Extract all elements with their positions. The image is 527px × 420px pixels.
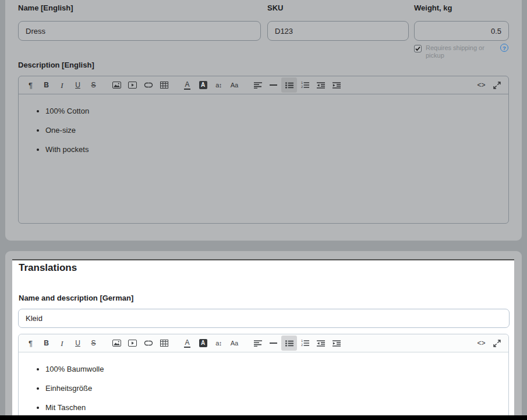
align-button[interactable] <box>250 336 266 351</box>
requires-shipping-checkbox[interactable] <box>414 45 422 52</box>
italic-icon: I <box>61 340 63 347</box>
indent-button[interactable] <box>328 77 344 93</box>
bullet-item: One-size <box>45 126 508 135</box>
insert-video-button[interactable] <box>125 77 140 93</box>
insert-link-icon <box>144 82 153 88</box>
underline-button[interactable]: U <box>70 336 86 351</box>
paragraph-button[interactable]: ¶ <box>23 336 38 351</box>
align-button[interactable] <box>250 77 266 93</box>
bold-button[interactable]: B <box>38 336 54 351</box>
insert-link-button[interactable] <box>140 77 156 93</box>
background-color-button[interactable]: A <box>195 336 211 351</box>
bullet-item: 100% Baumwolle <box>45 365 508 374</box>
bullet-list-icon <box>285 340 293 347</box>
bullet-list-button[interactable] <box>281 77 297 93</box>
insert-table-button[interactable] <box>156 336 172 351</box>
ordered-list-icon: 12 <box>301 82 309 89</box>
insert-link-icon <box>144 340 153 346</box>
align-icon <box>254 82 262 89</box>
insert-table-icon <box>160 82 168 89</box>
code-view-button[interactable]: <> <box>473 77 489 93</box>
bullet-item: Mit Taschen <box>45 403 508 412</box>
insert-table-button[interactable] <box>156 77 172 93</box>
bottom-black-bar <box>0 415 527 420</box>
weight-input[interactable] <box>414 21 509 41</box>
insert-table-icon <box>160 340 168 347</box>
text-color-button[interactable]: A <box>179 336 195 351</box>
strikethrough-button[interactable]: S <box>86 77 101 93</box>
line-height-icon: a↕ <box>215 82 222 89</box>
background-color-icon: A <box>199 81 207 89</box>
fullscreen-icon <box>493 82 501 89</box>
background-color-button[interactable]: A <box>195 77 211 93</box>
underline-icon: U <box>75 340 80 347</box>
underline-button[interactable]: U <box>70 77 86 93</box>
german-name-description-label: Name and description [German] <box>19 294 133 303</box>
ordered-list-button[interactable]: 12 <box>297 77 313 93</box>
fullscreen-button[interactable] <box>489 77 505 93</box>
help-icon[interactable]: ? <box>500 44 508 52</box>
bold-button[interactable]: B <box>38 77 54 93</box>
insert-image-button[interactable] <box>109 336 125 351</box>
outdent-icon <box>317 82 325 89</box>
paragraph-icon: ¶ <box>29 340 33 347</box>
svg-text:1: 1 <box>301 82 303 84</box>
line-height-button[interactable]: a↕ <box>211 336 227 351</box>
text-color-button[interactable]: A <box>179 77 195 93</box>
strikethrough-icon: S <box>91 340 96 347</box>
italic-button[interactable]: I <box>54 77 70 93</box>
outdent-button[interactable] <box>313 77 328 93</box>
paragraph-button[interactable]: ¶ <box>23 77 38 93</box>
strikethrough-button[interactable]: S <box>86 336 101 351</box>
bullet-item: 100% Cotton <box>45 107 508 116</box>
insert-video-button[interactable] <box>125 336 140 351</box>
paragraph-icon: ¶ <box>29 82 33 89</box>
underline-icon: U <box>75 82 80 89</box>
bullet-list-button[interactable] <box>281 336 297 351</box>
font-size-icon: Aa <box>231 82 238 89</box>
horizontal-line-icon <box>270 343 277 344</box>
bullet-list-icon <box>285 82 293 89</box>
german-name-input[interactable] <box>18 309 510 328</box>
indent-button[interactable] <box>328 336 344 351</box>
font-size-icon: Aa <box>231 340 238 347</box>
line-height-button[interactable]: a↕ <box>211 77 227 93</box>
text-color-icon: A <box>184 81 190 90</box>
insert-link-button[interactable] <box>140 336 156 351</box>
german-editor-content[interactable]: 100% BaumwolleEinheitsgrößeMit Taschen <box>19 352 508 412</box>
horizontal-line-button[interactable] <box>266 336 281 351</box>
product-details-card: Name [English] SKU Weight, kg Requires s… <box>5 0 522 241</box>
indent-icon <box>333 82 341 89</box>
font-size-button[interactable]: Aa <box>227 77 242 93</box>
fullscreen-button[interactable] <box>489 336 505 351</box>
italic-button[interactable]: I <box>54 336 70 351</box>
bullet-item: With pockets <box>45 145 508 154</box>
code-view-button[interactable]: <> <box>473 336 489 351</box>
outdent-button[interactable] <box>313 336 328 351</box>
align-icon <box>254 340 262 347</box>
code-view-icon: <> <box>477 82 485 89</box>
insert-image-icon <box>112 340 121 347</box>
bold-icon: B <box>44 340 49 347</box>
translations-heading: Translations <box>19 262 77 274</box>
requires-shipping-label: Requires shipping or pickup <box>426 44 494 59</box>
description-editor-toolbar: ¶BIUSAAa↕Aa12<> <box>19 76 508 94</box>
ordered-list-button[interactable]: 12 <box>297 336 313 351</box>
insert-image-button[interactable] <box>109 77 125 93</box>
indent-icon <box>333 340 341 347</box>
text-color-icon: A <box>184 339 190 348</box>
german-editor-toolbar: ¶BIUSAAa↕Aa12<> <box>19 334 508 352</box>
description-editor: ¶BIUSAAa↕Aa12<> 100% CottonOne-sizeWith … <box>18 76 509 224</box>
description-editor-content[interactable]: 100% CottonOne-sizeWith pockets <box>19 94 508 154</box>
insert-video-icon <box>128 82 137 89</box>
sku-label: SKU <box>267 3 283 13</box>
horizontal-line-button[interactable] <box>266 77 281 93</box>
font-size-button[interactable]: Aa <box>227 336 242 351</box>
sku-input[interactable] <box>267 21 409 41</box>
background-color-icon: A <box>199 339 207 347</box>
name-input[interactable] <box>18 21 261 41</box>
bullet-item: Einheitsgröße <box>45 384 508 393</box>
weight-label: Weight, kg <box>414 3 452 13</box>
line-height-icon: a↕ <box>215 340 222 347</box>
ordered-list-icon: 12 <box>301 340 309 347</box>
